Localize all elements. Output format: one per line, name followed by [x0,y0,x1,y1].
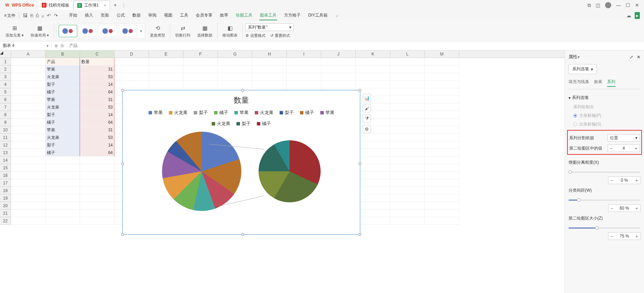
cell[interactable] [425,58,459,65]
new-tab-button[interactable]: + [111,2,119,8]
cell[interactable] [114,58,149,65]
set-format-button[interactable]: ⚙设置格式 [245,33,265,38]
cell[interactable] [183,65,218,73]
legend-item[interactable]: 火龙果 [169,110,188,116]
cell[interactable] [287,73,321,81]
cell[interactable] [390,111,425,119]
tab-menu-icon[interactable]: ⋮ [122,3,126,8]
explosion-stepper[interactable]: −0 %+ [608,176,641,184]
col-header[interactable]: B [46,50,80,58]
row-header[interactable]: 9 [0,119,11,126]
col-header[interactable]: H [252,50,287,58]
cell[interactable]: 31 [80,96,114,103]
cell[interactable] [218,58,252,65]
quick-layout-button[interactable]: ▦ 快速布局 ▾ [29,24,51,38]
fx-icon[interactable]: fx [61,43,64,48]
menu-start[interactable]: 开始 [68,11,78,20]
search-icon[interactable]: ⌕ [336,13,338,18]
preset-1[interactable] [59,25,77,37]
row-header[interactable]: 4 [0,81,11,88]
cell[interactable] [11,134,46,141]
cell[interactable] [356,58,390,65]
col-header[interactable]: D [114,50,149,58]
cell[interactable] [46,202,80,210]
cell[interactable] [356,126,390,134]
cell[interactable] [252,81,287,88]
cell[interactable] [425,217,459,225]
cell[interactable] [390,194,425,202]
menu-review[interactable]: 审阅 [148,11,157,20]
menu-page[interactable]: 页面 [100,11,110,20]
col-header[interactable]: F [183,50,218,58]
cell[interactable] [46,164,80,172]
cell[interactable] [11,210,46,217]
menu-drawing-tools[interactable]: 绘图工具 [235,11,253,20]
legend-item[interactable]: 火龙果 [212,121,230,127]
cell[interactable]: 产品 [46,58,80,65]
cell[interactable]: 53 [80,103,114,111]
cell[interactable] [11,187,46,194]
close-window-icon[interactable]: ✕ [635,2,639,8]
chart-styles-button[interactable]: 🖌 [363,104,371,112]
cell[interactable] [425,156,459,164]
row-header[interactable]: 22 [0,217,11,225]
cell[interactable]: 苹果 [46,126,80,134]
cell[interactable] [11,81,46,88]
cell[interactable] [356,65,390,73]
reset-style-button[interactable]: ↺重置样式 [270,33,290,38]
tab-series[interactable]: 系列 [607,79,615,87]
cell[interactable] [390,217,425,225]
cell[interactable] [252,58,287,65]
cell[interactable] [287,81,321,88]
cell[interactable] [425,65,459,73]
col-header[interactable]: A [11,50,46,58]
cell[interactable]: 64 [80,149,114,156]
close-panel-icon[interactable]: ✕ [637,54,641,60]
cell[interactable] [114,65,149,73]
cell[interactable] [390,88,425,96]
cell[interactable] [356,164,390,172]
cell[interactable] [11,164,46,172]
cell[interactable] [80,179,114,187]
cell[interactable] [356,149,390,156]
cell[interactable]: 火龙果 [46,134,80,141]
cell[interactable] [218,65,252,73]
cell[interactable] [390,134,425,141]
cell[interactable] [80,156,114,164]
side-collapse-icon[interactable]: ▸ [635,12,640,19]
col-header[interactable]: E [149,50,183,58]
cell[interactable] [11,58,46,65]
menu-member[interactable]: 会员专享 [195,11,213,20]
cell[interactable] [46,210,80,217]
cell[interactable] [11,119,46,126]
row-header[interactable]: 10 [0,126,11,134]
legend-item[interactable]: 橘子 [257,121,271,127]
cell[interactable] [80,194,114,202]
gap-width-slider[interactable] [568,198,641,202]
series-options-section[interactable]: ▾ 系列选项 [568,93,641,103]
cell[interactable] [321,81,356,88]
cell[interactable]: 14 [80,81,114,88]
cell[interactable] [356,187,390,194]
col-header[interactable]: L [390,50,425,58]
cell[interactable]: 31 [80,126,114,134]
file-menu[interactable]: ≡ 文件 [2,13,18,19]
cell[interactable] [390,73,425,81]
cell[interactable] [46,217,80,225]
legend-item[interactable]: 苹果 [320,110,334,116]
cell[interactable] [321,58,356,65]
cell[interactable] [390,103,425,111]
cell[interactable] [425,111,459,119]
cell[interactable] [425,141,459,149]
cell[interactable]: 64 [80,119,114,126]
cell[interactable] [11,156,46,164]
cell[interactable] [425,126,459,134]
tab-effect[interactable]: 效果 [594,79,602,87]
tab-fill[interactable]: 填充与线条 [568,79,589,87]
cell[interactable] [321,65,356,73]
row-header[interactable]: 6 [0,96,11,103]
cell[interactable] [80,217,114,225]
cell[interactable]: 数量 [80,58,114,65]
cell[interactable] [11,141,46,149]
cell[interactable] [11,217,46,225]
